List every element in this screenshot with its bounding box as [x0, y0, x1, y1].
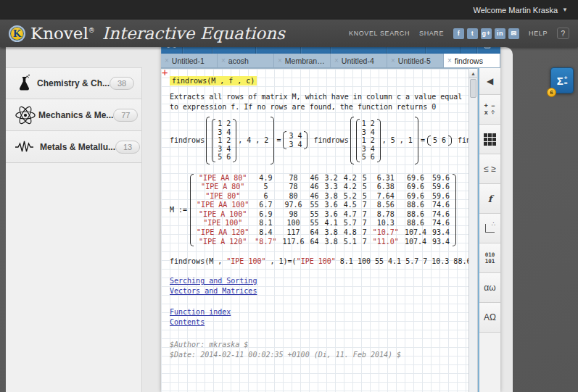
- sidebar-item[interactable]: Metals & Metallu...13: [6, 131, 141, 163]
- function-description: Extracts all rows of matrix M, which hav…: [170, 92, 468, 112]
- help-button[interactable]: ?: [557, 28, 569, 39]
- tab-label: Untitled-1: [172, 57, 205, 65]
- tab-untitled-1[interactable]: ×Untitled-1: [161, 54, 218, 67]
- close-tab-icon[interactable]: ×: [221, 57, 226, 64]
- worksheet[interactable]: + findrows(M , f , c) Extracts all rows …: [161, 68, 468, 392]
- app-title: Interactive Equations: [102, 24, 285, 43]
- tab-untitled-5[interactable]: ×Untitled-5: [387, 54, 444, 67]
- brand-name: Knovel®: [30, 24, 95, 43]
- scroll-up-arrow-icon[interactable]: ▲: [469, 69, 477, 78]
- googleplus-icon[interactable]: g+: [481, 28, 492, 39]
- close-tab-icon[interactable]: ×: [391, 57, 395, 64]
- share-icons: ftg+in✉: [453, 28, 519, 39]
- sidebar-item-label: Chemistry & Ch...: [37, 78, 110, 88]
- worksheet-link[interactable]: Contents: [170, 317, 205, 328]
- worksheet-link[interactable]: Function index: [170, 307, 231, 317]
- vertical-scrollbar[interactable]: ▲: [468, 68, 478, 392]
- tab-acosh[interactable]: ×acosh: [218, 54, 274, 67]
- tab-label: Membrane...: [285, 57, 326, 65]
- palette-plot-button[interactable]: ∴: [479, 214, 500, 243]
- matrix-grid-icon: [484, 133, 496, 146]
- sigma-icon: Σ: [557, 75, 563, 87]
- svn-comments: $Author: mkraska $$Date: 2014-02-11 00:0…: [170, 340, 468, 360]
- welcome-user[interactable]: Welcome Martin Kraska: [474, 6, 558, 14]
- app-header: K Knovel® Interactive Equations KNOVEL S…: [0, 20, 578, 47]
- top-bar: Welcome Martin Kraska ▼: [0, 0, 578, 20]
- cursor-crosshair-icon: +: [162, 68, 168, 78]
- close-tab-icon[interactable]: ×: [334, 57, 339, 64]
- palette-matrix-button[interactable]: [479, 125, 500, 154]
- equation-count-badge: 6: [547, 88, 556, 97]
- m-matrix: "IPE AA 80"4.978463.24.256.3169.659.6"IP…: [190, 174, 456, 247]
- m-matrix-block: M := "IPE AA 80"4.978463.24.256.3169.659…: [170, 174, 468, 247]
- sidebar-item-label: Mechanics & Me...: [38, 110, 113, 120]
- plot-axes-icon: ∴: [485, 224, 495, 233]
- sidebar-item[interactable]: Mechanics & Me...77: [6, 99, 141, 131]
- work-area: + findrows(M , f , c) Extracts all rows …: [161, 68, 500, 392]
- category-sidebar: Chemistry & Ch...38Mechanics & Me...77Me…: [6, 67, 142, 392]
- worksheet-content: findrows(M , f , c) Extracts all rows of…: [161, 69, 468, 360]
- atom-icon: [15, 104, 36, 126]
- knovel-search-link[interactable]: KNOVEL SEARCH: [349, 30, 410, 37]
- tab-bar: ×Untitled-1×acosh×Membrane...×Untitled-4…: [161, 54, 500, 68]
- knovel-logo-icon: K: [9, 25, 25, 42]
- palette-greek-uppercase-button[interactable]: AΩ: [479, 303, 500, 333]
- tab-label: findrows: [455, 57, 483, 65]
- sidebar-item[interactable]: Chemistry & Ch...38: [6, 67, 141, 99]
- header-actions: KNOVEL SEARCH SHARE ftg+in✉ HELP ?: [349, 28, 569, 39]
- equation-panel: NEWUPLOADDOWNLDEDITCALCULATEINSERTUNITS …: [161, 34, 500, 392]
- user-menu-caret-icon[interactable]: ▼: [562, 7, 568, 13]
- worksheet-link[interactable]: Serching and Sorting: [170, 276, 257, 286]
- close-tab-icon[interactable]: ×: [278, 57, 282, 64]
- worksheet-link[interactable]: Vectors and Matrices: [170, 286, 257, 296]
- share-label: SHARE: [419, 30, 444, 37]
- close-tab-icon[interactable]: ×: [447, 57, 452, 64]
- tab-label: acosh: [228, 57, 249, 65]
- palette-boolean-button[interactable]: ≤ ≥: [479, 154, 500, 184]
- examples-row: findrows1 23 41 23 45 6, 4 , 2=3 43 4fin…: [170, 117, 468, 164]
- findrows-example[interactable]: findrows1 23 41 23 45 6, 4 , 2=3 43 4: [170, 117, 307, 164]
- findrows-example[interactable]: findrows1 23 41 23 45 6, 5 , 1=5 6: [313, 117, 451, 164]
- tab-untitled-4[interactable]: ×Untitled-4: [331, 54, 387, 67]
- findrows-result-line: findrows(M , "IPE 100" , 1)=("IPE 100" 8…: [170, 257, 468, 265]
- item-count-badge: 38: [110, 77, 134, 90]
- palette-functions-button[interactable]: f: [479, 184, 500, 214]
- tab-membrane-[interactable]: ×Membrane...: [274, 54, 331, 67]
- waveform-icon: [15, 140, 38, 154]
- findrows-example[interactable]: findrows1 23 41 23 45 6, ": [458, 117, 468, 164]
- math-palette: ◀+ −x ÷≤ ≥f∴010101αωAΩ: [478, 68, 500, 392]
- palette-collapse-panel-button[interactable]: ◀: [479, 68, 500, 95]
- sidebar-item-label: Metals & Metallu...: [40, 142, 115, 152]
- tab-label: Untitled-5: [398, 57, 431, 65]
- item-count-badge: 77: [113, 109, 138, 122]
- close-tab-icon[interactable]: ×: [165, 57, 169, 64]
- flask-icon: [15, 74, 35, 93]
- palette-programming-button[interactable]: 010101: [479, 243, 500, 273]
- my-equations-flyout-button[interactable]: Σ += 6: [550, 67, 574, 93]
- item-count-badge: 13: [115, 141, 140, 154]
- email-icon[interactable]: ✉: [508, 28, 519, 39]
- tab-label: Untitled-4: [342, 57, 374, 65]
- linkedin-icon[interactable]: in: [495, 28, 505, 39]
- m-matrix-label: M :=: [170, 206, 187, 214]
- help-label: HELP: [529, 30, 548, 37]
- palette-greek-lowercase-button[interactable]: αω: [479, 273, 500, 303]
- twitter-icon[interactable]: t: [467, 28, 478, 39]
- tab-findrows[interactable]: ×findrows: [444, 54, 500, 67]
- scrollbar-thumb[interactable]: [470, 79, 476, 98]
- function-signature[interactable]: findrows(M , f , c): [170, 76, 257, 86]
- links-group-1: Serching and SortingVectors and Matrices: [170, 276, 468, 296]
- links-group-2: Function indexContents: [170, 307, 468, 328]
- facebook-icon[interactable]: f: [453, 28, 464, 39]
- palette-arithmetic-button[interactable]: + −x ÷: [479, 95, 500, 125]
